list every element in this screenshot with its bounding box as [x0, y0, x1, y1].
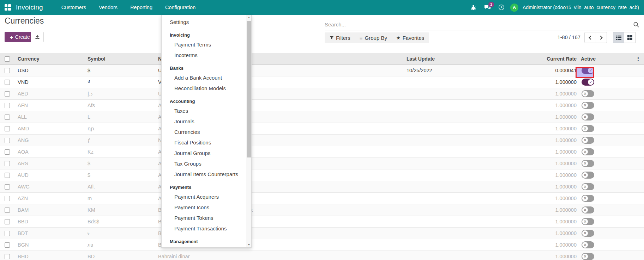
group-by-button[interactable]: ≡ Group By — [360, 35, 387, 41]
row-checkbox[interactable] — [5, 68, 10, 73]
active-toggle[interactable]: × — [582, 183, 594, 190]
active-toggle[interactable]: × — [582, 195, 594, 202]
table-row[interactable]: ALLLAlbanian lek1.000000× — [0, 111, 644, 123]
menu-item-payment-icons[interactable]: Payment Icons — [162, 202, 246, 213]
scrollbar-thumb[interactable] — [247, 21, 251, 157]
table-row[interactable]: BBDBds$Barbadian dollar1.000000× — [0, 216, 644, 228]
user-label[interactable]: Administrator (odoo15_viin_auto_currency… — [523, 5, 639, 10]
active-toggle[interactable]: × — [582, 206, 594, 213]
table-row[interactable]: USD$United States dollar10/25/20220.0000… — [0, 65, 644, 76]
row-checkbox[interactable] — [5, 184, 10, 190]
row-checkbox[interactable] — [5, 149, 10, 155]
nav-item-customers[interactable]: Customers — [56, 0, 92, 14]
table-row[interactable]: BGNлвBulgarian lev1.000000× — [0, 239, 644, 251]
row-checkbox[interactable] — [5, 219, 10, 224]
scroll-down-icon[interactable]: ▼ — [246, 243, 252, 246]
row-checkbox[interactable] — [5, 231, 10, 236]
export-button[interactable] — [31, 32, 44, 42]
row-checkbox[interactable] — [5, 114, 10, 120]
menu-item-settings[interactable]: Settings — [162, 17, 246, 27]
menu-item-add-a-bank-account[interactable]: Add a Bank Account — [162, 73, 246, 83]
menu-section-header: Management — [162, 237, 246, 246]
table-row[interactable]: ARS$Argentine peso1.000000× — [0, 158, 644, 169]
table-row[interactable]: AUD$Australian dollar1.000000× — [0, 169, 644, 181]
menu-item-fiscal-positions[interactable]: Fiscal Positions — [162, 137, 246, 148]
active-toggle[interactable]: × — [582, 148, 594, 155]
table-row[interactable]: AEDد.إUnited Arab Emirates dirham1.00000… — [0, 88, 644, 100]
column-header-symbol[interactable]: Symbol — [88, 56, 158, 62]
active-toggle[interactable]: × — [582, 113, 594, 120]
row-checkbox[interactable] — [5, 161, 10, 166]
column-header-current-rate[interactable]: Current Rate — [529, 56, 577, 62]
active-toggle[interactable]: × — [582, 218, 594, 225]
dropdown-scrollbar[interactable]: ▲ ▼ — [246, 15, 251, 247]
menu-item-taxes[interactable]: Taxes — [162, 106, 246, 116]
search-input[interactable] — [325, 21, 633, 27]
favorites-button[interactable]: ★ Favorites — [396, 35, 424, 41]
row-checkbox[interactable] — [5, 208, 10, 213]
active-toggle[interactable]: × — [582, 102, 594, 109]
table-row[interactable]: ANGƒNetherlands Antillean guilder1.00000… — [0, 135, 644, 146]
nav-item-reporting[interactable]: Reporting — [125, 0, 158, 14]
table-row[interactable]: AFNAfsAfghan afghani1.000000× — [0, 100, 644, 111]
active-toggle[interactable]: × — [582, 90, 594, 97]
table-row[interactable]: AWGAfl.Aruban florin1.000000× — [0, 181, 644, 193]
filters-button[interactable]: Filters — [330, 35, 350, 41]
menu-item-payment-acquirers[interactable]: Payment Acquirers — [162, 192, 246, 202]
row-checkbox[interactable] — [5, 138, 10, 143]
pager-previous-button[interactable] — [585, 32, 596, 43]
app-name[interactable]: Invoicing — [16, 4, 43, 11]
active-toggle[interactable]: ✓ — [582, 79, 594, 86]
menu-item-incoterms[interactable]: Incoterms — [162, 50, 246, 61]
menu-item-payment-tokens[interactable]: Payment Tokens — [162, 213, 246, 223]
table-row[interactable]: AMDդր.Armenian dram1.000000× — [0, 123, 644, 135]
row-checkbox[interactable] — [5, 242, 10, 248]
menu-item-journals[interactable]: Journals — [162, 116, 246, 127]
table-row[interactable]: AOAKzAngolan kwanza1.000000× — [0, 146, 644, 158]
column-header-currency[interactable]: Currency — [14, 56, 88, 62]
apps-menu-icon[interactable] — [5, 4, 11, 11]
menu-item-journal-items-counterparts[interactable]: Journal Items Counterparts — [162, 169, 246, 180]
scroll-up-icon[interactable]: ▲ — [246, 16, 252, 19]
row-checkbox[interactable] — [5, 103, 10, 108]
select-all-checkbox[interactable] — [5, 56, 10, 62]
pager-next-button[interactable] — [596, 32, 607, 43]
debug-bug-icon[interactable] — [468, 2, 479, 13]
active-toggle[interactable]: × — [582, 160, 594, 167]
row-checkbox[interactable] — [5, 91, 10, 97]
activities-clock-icon[interactable] — [496, 2, 507, 13]
column-header-active[interactable]: Active — [577, 56, 632, 62]
list-view-button[interactable] — [613, 32, 624, 43]
menu-item-reconciliation-models[interactable]: Reconciliation Models — [162, 83, 246, 94]
active-toggle[interactable]: × — [582, 241, 594, 248]
menu-item-tax-groups[interactable]: Tax Groups — [162, 159, 246, 169]
active-toggle[interactable]: ✓ — [582, 67, 594, 74]
table-row[interactable]: VND₫Vietnamese đồng1.000000✓ — [0, 76, 644, 88]
active-toggle[interactable]: × — [582, 137, 594, 144]
nav-item-configuration[interactable]: Configuration — [160, 0, 201, 14]
active-toggle[interactable]: × — [582, 230, 594, 237]
active-toggle[interactable]: × — [582, 172, 594, 179]
row-checkbox[interactable] — [5, 254, 10, 259]
table-row[interactable]: AZNmAzerbaijani manat1.000000× — [0, 193, 644, 204]
table-row[interactable]: BAMKMBosnia and Herzegovina convertible … — [0, 204, 644, 216]
optional-columns-toggle[interactable]: ⋮ — [632, 56, 644, 62]
user-menu[interactable]: A — [510, 2, 518, 13]
nav-item-vendors[interactable]: Vendors — [93, 0, 123, 14]
active-toggle[interactable]: × — [582, 125, 594, 132]
menu-item-journal-groups[interactable]: Journal Groups — [162, 148, 246, 159]
table-row[interactable]: BDT৳Bangladeshi taka1.000000× — [0, 228, 644, 239]
kanban-view-button[interactable] — [624, 32, 636, 43]
messages-icon[interactable]: 1 — [482, 2, 493, 13]
menu-item-payment-terms[interactable]: Payment Terms — [162, 39, 246, 50]
menu-item-currencies[interactable]: Currencies — [162, 127, 246, 137]
row-checkbox[interactable] — [5, 80, 10, 85]
row-checkbox[interactable] — [5, 196, 10, 201]
row-checkbox[interactable] — [5, 126, 10, 131]
menu-item-payment-transactions[interactable]: Payment Transactions — [162, 223, 246, 234]
column-header-last-update[interactable]: Last Update — [407, 56, 529, 62]
search-icon[interactable] — [633, 21, 639, 28]
row-checkbox[interactable] — [5, 173, 10, 178]
table-row[interactable]: BHDBDBahraini dinar1.000000× — [0, 251, 644, 260]
active-toggle[interactable]: × — [582, 253, 594, 260]
